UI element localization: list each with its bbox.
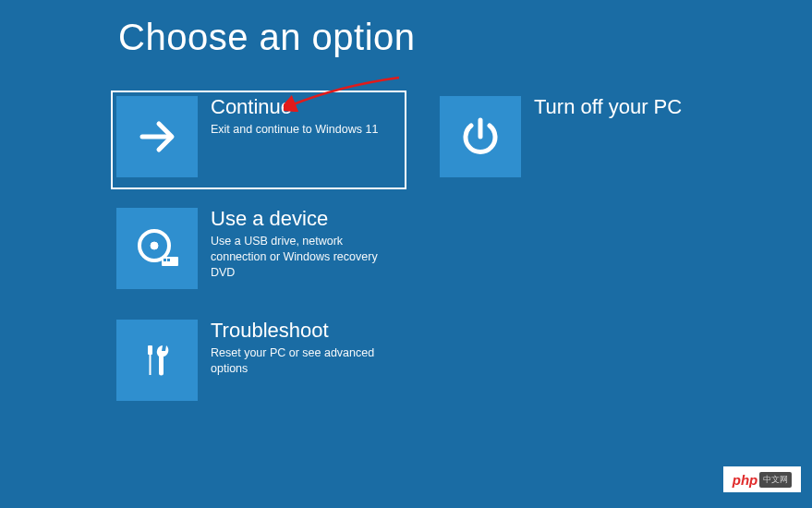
use-device-text: Use a device Use a USB drive, network co… [211, 208, 401, 281]
power-icon [440, 96, 521, 177]
turn-off-title: Turn off your PC [534, 96, 682, 118]
troubleshoot-tile[interactable]: Troubleshoot Reset your PC or see advanc… [111, 314, 406, 413]
disc-usb-icon [116, 208, 198, 289]
troubleshoot-text: Troubleshoot Reset your PC or see advanc… [211, 320, 401, 377]
options-row-3: Troubleshoot Reset your PC or see advanc… [111, 314, 730, 413]
turn-off-text: Turn off your PC [534, 96, 682, 122]
tools-icon [116, 320, 198, 401]
options-row-2: Use a device Use a USB drive, network co… [111, 202, 730, 301]
svg-point-3 [151, 242, 158, 249]
use-device-desc: Use a USB drive, network connection or W… [211, 234, 401, 281]
continue-tile[interactable]: Continue Exit and continue to Windows 11 [111, 91, 406, 189]
arrow-right-icon [116, 96, 198, 177]
continue-title: Continue [211, 96, 378, 118]
turn-off-tile[interactable]: Turn off your PC [434, 91, 730, 189]
svg-rect-8 [150, 355, 151, 375]
continue-desc: Exit and continue to Windows 11 [211, 122, 378, 138]
troubleshoot-desc: Reset your PC or see advanced options [211, 345, 401, 377]
watermark-left: php [733, 472, 758, 488]
options-row-1: Continue Exit and continue to Windows 11… [111, 91, 730, 189]
watermark: php 中文网 [723, 466, 801, 492]
continue-text: Continue Exit and continue to Windows 11 [211, 96, 378, 138]
use-device-title: Use a device [211, 208, 401, 230]
svg-rect-7 [148, 345, 152, 355]
svg-rect-6 [167, 259, 170, 261]
options-grid: Continue Exit and continue to Windows 11… [111, 91, 730, 426]
page-title: Choose an option [118, 17, 416, 58]
use-device-tile[interactable]: Use a device Use a USB drive, network co… [111, 202, 406, 301]
watermark-right: 中文网 [759, 472, 792, 488]
troubleshoot-title: Troubleshoot [211, 320, 401, 342]
svg-rect-5 [164, 259, 166, 261]
